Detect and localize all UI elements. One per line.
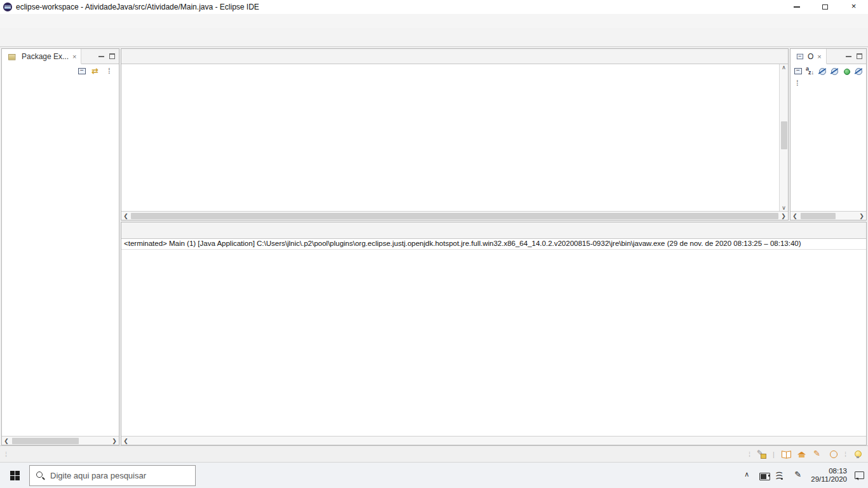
pencil-icon[interactable] — [813, 449, 823, 459]
outline-view: O × — [790, 48, 867, 220]
collapse-all-button[interactable] — [793, 66, 803, 76]
console-view: <terminated> Main (1) [Java Application]… — [121, 222, 867, 445]
hide-static-members-button[interactable] — [829, 66, 839, 76]
windows-logo-icon — [10, 471, 20, 480]
scroll-right-icon[interactable]: ❯ — [857, 213, 866, 219]
scroll-right-icon[interactable]: ❯ — [110, 438, 119, 444]
vscroll-thumb[interactable] — [781, 121, 787, 149]
notification-center-icon[interactable] — [854, 470, 864, 480]
scroll-right-icon[interactable]: ❯ — [779, 213, 788, 219]
clock-time: 08:13 — [811, 467, 847, 475]
hide-local-types-button[interactable] — [853, 66, 864, 76]
link-with-editor-button[interactable] — [91, 66, 101, 76]
start-button[interactable] — [0, 463, 29, 488]
taskbar-search-box[interactable] — [29, 465, 196, 486]
system-tray: 08:13 29/11/2020 — [742, 467, 868, 484]
drag-handle-icon: ⁞ — [5, 451, 8, 458]
outline-tree[interactable] — [790, 90, 866, 211]
pen-icon[interactable] — [794, 470, 804, 480]
editor-vscrollbar[interactable]: ∧ ∨ — [779, 64, 788, 211]
close-icon: × — [851, 2, 857, 12]
package-explorer-hscrollbar[interactable]: ❮ ❯ — [2, 436, 119, 445]
hscroll-thumb[interactable] — [12, 438, 79, 444]
view-minmax — [95, 49, 119, 64]
outline-tab-bar: O × — [790, 49, 866, 64]
editor-area: ∧ ∨ ❮ ❯ — [121, 48, 789, 220]
windows-taskbar: 08:13 29/11/2020 — [0, 462, 868, 488]
outline-hscrollbar[interactable]: ❮ ❯ — [790, 211, 866, 220]
separator: | — [773, 451, 775, 458]
minimize-view-button[interactable] — [98, 56, 104, 57]
editor-hscrollbar[interactable]: ❮ ❯ — [121, 211, 788, 220]
package-explorer-tree[interactable] — [2, 78, 119, 436]
taskbar-clock[interactable]: 08:13 29/11/2020 — [811, 467, 847, 484]
hscroll-track[interactable] — [130, 437, 866, 445]
sort-button[interactable] — [805, 66, 815, 76]
book-icon[interactable] — [781, 449, 791, 459]
battery-icon[interactable] — [759, 470, 770, 480]
hide-fields-button[interactable] — [817, 66, 827, 76]
package-explorer-tab-bar: Package Ex... × — [2, 49, 119, 64]
hscroll-track[interactable] — [130, 212, 779, 220]
minimize-view-button[interactable] — [846, 56, 851, 57]
outline-toolbar — [790, 64, 866, 90]
hscroll-track[interactable] — [799, 212, 857, 220]
hscroll-thumb[interactable] — [801, 213, 836, 219]
search-input[interactable] — [50, 471, 177, 480]
scroll-left-icon[interactable]: ❮ — [2, 438, 11, 444]
scroll-left-icon[interactable]: ❮ — [790, 213, 799, 219]
wifi-icon[interactable] — [776, 470, 787, 480]
tab-package-explorer[interactable]: Package Ex... × — [2, 49, 81, 64]
circle-icon[interactable] — [829, 449, 839, 459]
restore-icon — [822, 4, 828, 10]
drag-handle-icon: ⁞ — [844, 451, 847, 458]
writing-hand-icon[interactable] — [757, 449, 767, 459]
editor-console-area: ∧ ∨ ❮ ❯ — [121, 48, 867, 445]
view-minmax — [842, 49, 866, 64]
vscroll-track[interactable] — [780, 71, 788, 205]
console-status-line: <terminated> Main (1) [Java Application]… — [121, 239, 866, 250]
close-view-icon[interactable]: × — [817, 53, 821, 60]
lightbulb-icon[interactable] — [853, 449, 863, 459]
console-hscrollbar[interactable]: ❮ — [121, 436, 866, 445]
restore-button[interactable] — [811, 0, 839, 14]
menu-bar — [0, 14, 868, 28]
view-menu-button[interactable] — [105, 66, 115, 76]
eclipse-logo-icon — [3, 3, 12, 11]
code-area[interactable] — [121, 64, 779, 211]
maximize-view-button[interactable] — [857, 54, 862, 59]
console-output[interactable] — [121, 250, 866, 436]
scroll-down-icon[interactable]: ∨ — [782, 205, 786, 211]
close-button[interactable]: × — [839, 0, 868, 14]
eclipse-window: eclipse-workspace - AtividadeJava/src/At… — [0, 0, 868, 488]
status-bar: ⁞ ⁞ | ⁞ — [0, 445, 868, 462]
minimize-icon — [794, 6, 800, 8]
outline-tab-label: O — [808, 52, 813, 61]
collapse-all-button[interactable] — [77, 66, 87, 76]
title-bar: eclipse-workspace - AtividadeJava/src/At… — [0, 0, 868, 14]
view-menu-button[interactable] — [793, 78, 803, 88]
scroll-left-icon[interactable]: ❮ — [121, 438, 130, 444]
window-title: eclipse-workspace - AtividadeJava/src/At… — [16, 3, 259, 11]
search-icon — [35, 470, 45, 480]
hidden-icons-chevron-icon[interactable] — [742, 470, 752, 480]
editor-row: ∧ ∨ ❮ ❯ — [121, 48, 867, 220]
package-explorer-icon — [8, 52, 16, 60]
maximize-view-button[interactable] — [109, 54, 115, 59]
scroll-up-icon[interactable]: ∧ — [782, 64, 786, 71]
package-explorer-toolbar — [2, 64, 119, 78]
hscroll-thumb[interactable] — [131, 213, 778, 219]
close-view-icon[interactable]: × — [72, 53, 76, 60]
hscroll-track[interactable] — [11, 437, 110, 445]
drag-handle-icon: ⁞ — [749, 451, 751, 458]
clock-date: 29/11/2020 — [811, 475, 847, 484]
outline-icon — [796, 52, 804, 61]
code-editor[interactable]: ∧ ∨ — [121, 64, 788, 211]
scroll-left-icon[interactable]: ❮ — [121, 213, 130, 219]
package-explorer-tab-label: Package Ex... — [22, 52, 69, 61]
minimize-button[interactable] — [782, 0, 811, 14]
hide-non-public-button[interactable] — [841, 66, 851, 76]
tab-outline[interactable]: O × — [790, 49, 827, 64]
main-toolbar — [0, 28, 868, 47]
graduation-cap-icon[interactable] — [797, 449, 807, 459]
